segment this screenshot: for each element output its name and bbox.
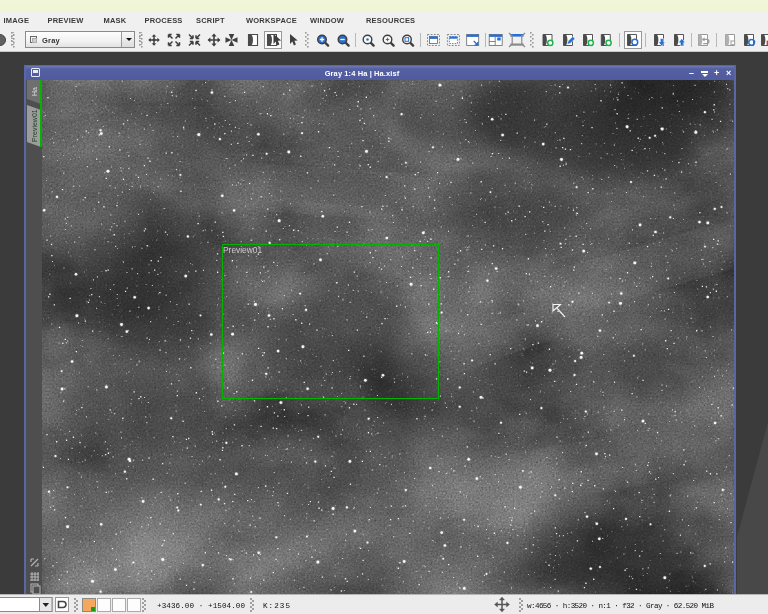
svg-text:w:4656 · h:3520 · n:1 · f32 ·: w:4656 · h:3520 · n:1 · f32 · Gray · 62.…: [527, 602, 714, 610]
svg-text:K:235: K:235: [263, 602, 290, 610]
svg-text:Preview01: Preview01: [223, 245, 262, 255]
svg-text:+3436.00 · +1504.00: +3436.00 · +1504.00: [157, 602, 245, 610]
